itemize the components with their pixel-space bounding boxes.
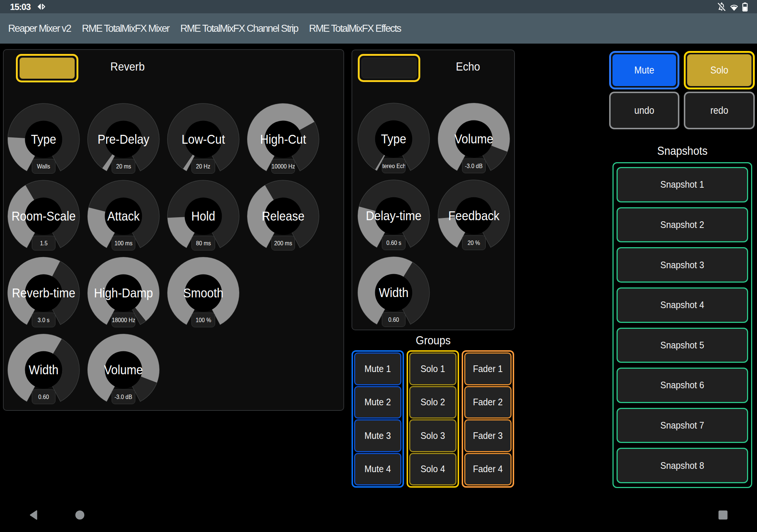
knob-value: 20 Hz: [191, 159, 215, 174]
snapshot-7-button[interactable]: Snapshot 7: [617, 408, 748, 443]
knob-value: 80 ms: [191, 236, 215, 250]
room-scale-knob[interactable]: Room-Scale1.5: [7, 179, 81, 253]
fader-4-button[interactable]: Fader 4: [464, 453, 512, 486]
group-button-label: Solo 1: [421, 363, 445, 375]
echo-panel: Echo TypeStereo EchoVolume-3.0 dBDelay-t…: [352, 50, 515, 330]
knob-value: 0.60: [382, 312, 405, 327]
mute-3-button[interactable]: Mute 3: [354, 419, 401, 452]
knob-dial-svg: [437, 179, 511, 275]
mute-button[interactable]: Mute: [609, 51, 679, 89]
snapshot-button-label: Snapshot 7: [661, 420, 704, 431]
fader-2-button[interactable]: Fader 2: [464, 386, 512, 419]
tab-rme-totalmixfx-channel-strip[interactable]: RME TotalMixFX Channel Strip: [180, 23, 298, 34]
high-damp-knob[interactable]: High-Damp18000 Hz: [86, 256, 160, 330]
fader-group-container: Fader 1Fader 2Fader 3Fader 4: [462, 350, 514, 488]
home-icon[interactable]: [75, 510, 85, 520]
snapshot-6-button[interactable]: Snapshot 6: [617, 368, 748, 403]
reverb-enable-toggle-fill: [20, 58, 75, 79]
high-cut-knob[interactable]: High-Cut10000 Hz: [246, 102, 320, 176]
reverb-enable-toggle[interactable]: [16, 54, 78, 82]
fader-1-button[interactable]: Fader 1: [464, 352, 512, 385]
knob-value: -3.0 dB: [112, 389, 135, 404]
pre-delay-knob[interactable]: Pre-Delay20 ms: [86, 102, 160, 176]
release-knob[interactable]: Release200 ms: [246, 179, 320, 253]
group-button-label: Fader 1: [473, 363, 503, 375]
snapshot-button-label: Snapshot 4: [661, 299, 704, 311]
nav-bar: [0, 491, 757, 532]
low-cut-knob[interactable]: Low-Cut20 Hz: [166, 102, 240, 176]
sound-direction-icon: [37, 3, 46, 10]
knob-label: Low-Cut: [157, 132, 250, 146]
hold-knob[interactable]: Hold80 ms: [166, 179, 240, 253]
knob-value: Stereo Echo: [382, 158, 405, 173]
screen: 15:03 R: [0, 0, 757, 532]
knob-label: Release: [237, 209, 330, 223]
group-button-label: Mute 3: [364, 430, 391, 441]
snapshot-button-label: Snapshot 6: [661, 379, 704, 391]
solo-button-fill: Solo: [687, 54, 751, 86]
tab-bar: Reaper Mixer v2RME TotalMixFX MixerRME T…: [0, 13, 757, 44]
reverb-time-knob[interactable]: Reverb-time3.0 s: [7, 256, 81, 330]
snapshot-4-button[interactable]: Snapshot 4: [617, 287, 748, 323]
tab-reaper-mixer-v2[interactable]: Reaper Mixer v2: [8, 23, 71, 34]
knob-dial-svg: [166, 256, 240, 352]
knob-label: Hold: [157, 209, 250, 223]
recents-icon[interactable]: [718, 510, 728, 520]
reverb-panel-title: Reverb: [111, 60, 145, 74]
group-button-label: Fader 3: [473, 430, 503, 441]
solo-3-button[interactable]: Solo 3: [409, 419, 456, 452]
volume-knob[interactable]: Volume-3.0 dB: [437, 102, 511, 176]
delay-time-knob[interactable]: Delay-time0.60 s: [357, 179, 431, 253]
status-right-icons: [717, 0, 748, 13]
snapshot-2-button[interactable]: Snapshot 2: [617, 207, 748, 243]
mute-2-button[interactable]: Mute 2: [354, 386, 401, 419]
attack-knob[interactable]: Attack100 ms: [86, 179, 160, 253]
knob-value: -3.0 dB: [462, 158, 486, 173]
mute-4-button[interactable]: Mute 4: [354, 453, 401, 486]
knob-label: Volume: [77, 363, 170, 377]
snapshots-title: Snapshots: [657, 144, 707, 158]
knob-label: Pre-Delay: [77, 132, 170, 146]
knob-label: Feedback: [427, 209, 520, 223]
back-icon[interactable]: [30, 510, 38, 520]
mute-group-container: Mute 1Mute 2Mute 3Mute 4: [352, 350, 404, 488]
fader-3-button[interactable]: Fader 3: [464, 419, 512, 452]
width-knob[interactable]: Width0.60: [357, 256, 431, 330]
snapshot-8-button[interactable]: Snapshot 8: [617, 448, 748, 483]
undo-button[interactable]: undo: [609, 92, 679, 129]
type-knob[interactable]: TypeStereo Echo: [357, 102, 431, 176]
feedback-knob[interactable]: Feedback20 %: [437, 179, 511, 253]
knob-label: High-Damp: [77, 286, 170, 300]
snapshot-button-label: Snapshot 5: [661, 340, 704, 351]
knob-value: 0.60 s: [382, 235, 405, 250]
tab-rme-totalmixfx-effects[interactable]: RME TotalMixFX Effects: [309, 23, 401, 34]
width-knob[interactable]: Width0.60: [7, 333, 81, 407]
snapshot-1-button[interactable]: Snapshot 1: [617, 167, 748, 202]
notifications-off-icon: [717, 2, 726, 11]
solo-group-container: Solo 1Solo 2Solo 3Solo 4: [407, 350, 459, 488]
type-knob[interactable]: TypeWalls: [7, 102, 81, 176]
knob-label: Width: [347, 286, 440, 300]
knob-dial-svg: [7, 333, 81, 429]
knob-value: 3.0 s: [32, 313, 55, 327]
echo-enable-toggle[interactable]: [358, 54, 420, 82]
mute-button-fill: Mute: [612, 54, 676, 86]
redo-button[interactable]: redo: [684, 92, 755, 129]
volume-knob[interactable]: Volume-3.0 dB: [86, 333, 160, 407]
solo-4-button[interactable]: Solo 4: [409, 453, 456, 486]
solo-button[interactable]: Solo: [684, 51, 755, 89]
solo-2-button[interactable]: Solo 2: [409, 386, 456, 419]
smooth-knob[interactable]: Smooth100 %: [166, 256, 240, 330]
solo-1-button[interactable]: Solo 1: [409, 352, 456, 385]
tab-rme-totalmixfx-mixer[interactable]: RME TotalMixFX Mixer: [82, 23, 169, 34]
mute-1-button[interactable]: Mute 1: [354, 352, 401, 385]
groups-title: Groups: [416, 334, 451, 347]
knob-value: 20 %: [462, 235, 486, 250]
knob-value: 200 ms: [271, 236, 295, 250]
snapshot-3-button[interactable]: Snapshot 3: [617, 247, 748, 283]
snapshot-5-button[interactable]: Snapshot 5: [617, 328, 748, 363]
group-button-label: Solo 4: [421, 463, 445, 475]
knob-value: 100 ms: [112, 236, 135, 250]
knob-label: Type: [347, 132, 440, 146]
echo-panel-title: Echo: [456, 60, 480, 74]
